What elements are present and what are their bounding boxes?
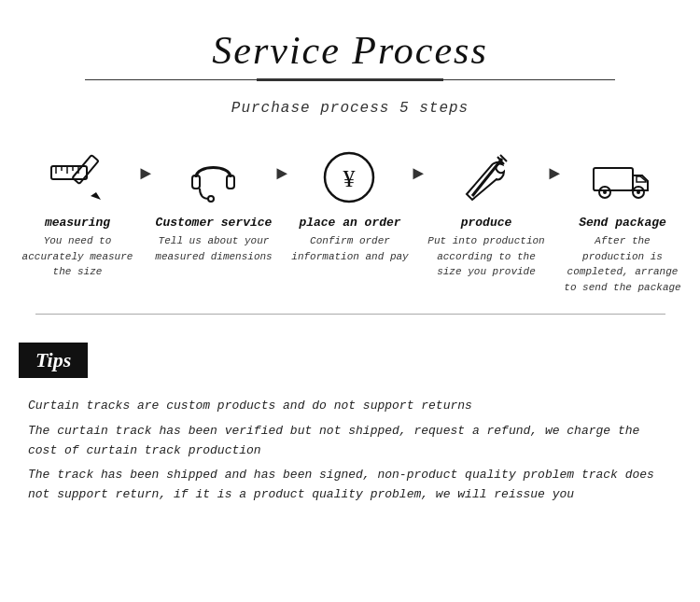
title-divider — [85, 78, 615, 81]
header-section: Service Process — [0, 0, 700, 91]
step-measuring-desc: You need to accurately measure the size — [19, 233, 136, 280]
tip-item-1: Curtain tracks are custom products and d… — [28, 397, 672, 416]
svg-rect-9 — [227, 175, 234, 189]
step-send-package: Send package After the production is com… — [564, 145, 681, 295]
yen-circle-icon: ¥ — [317, 145, 383, 210]
tips-list: Curtain tracks are custom products and d… — [19, 397, 681, 505]
step-produce: produce Put into production according to… — [427, 145, 545, 280]
headset-icon — [181, 145, 246, 210]
tip-item-2: The curtain track has been verified but … — [28, 422, 672, 461]
arrow-1: ► — [136, 145, 155, 185]
step-produce-desc: Put into production according to the siz… — [427, 233, 545, 280]
svg-rect-16 — [594, 168, 633, 190]
step-send-package-desc: After the production is completed, arran… — [564, 233, 681, 295]
step-place-order: ¥ place an order Confirm order informati… — [291, 145, 409, 264]
arrow-4: ► — [545, 145, 564, 185]
svg-point-10 — [208, 196, 214, 202]
truck-icon — [590, 145, 655, 210]
step-customer-service-title: Customer service — [156, 216, 273, 230]
step-produce-title: produce — [461, 216, 512, 230]
step-customer-service: Customer service Tell us about your meas… — [155, 145, 273, 264]
tips-section: Tips Curtain tracks are custom products … — [0, 315, 700, 529]
svg-line-13 — [472, 159, 502, 196]
svg-marker-7 — [91, 192, 101, 200]
step-measuring-title: measuring — [45, 216, 110, 230]
arrow-2: ► — [273, 145, 291, 185]
svg-point-18 — [603, 190, 607, 194]
svg-rect-8 — [192, 175, 200, 189]
svg-point-20 — [637, 190, 640, 194]
step-place-order-desc: Confirm order information and pay — [291, 233, 409, 264]
step-measuring: measuring You need to accurately measure… — [19, 145, 136, 280]
step-customer-service-desc: Tell us about your measured dimensions — [155, 233, 273, 264]
wrench-screwdriver-icon — [454, 145, 519, 210]
tip-item-3: The track has been shipped and has been … — [28, 466, 672, 505]
ruler-pencil-icon — [45, 145, 110, 210]
tips-badge: Tips — [19, 343, 88, 378]
svg-text:¥: ¥ — [343, 165, 356, 192]
page-title: Service Process — [19, 28, 681, 73]
subtitle: Purchase process 5 steps — [0, 100, 700, 117]
step-place-order-title: place an order — [299, 216, 400, 230]
arrow-3: ► — [409, 145, 427, 185]
steps-container: measuring You need to accurately measure… — [0, 135, 700, 314]
step-send-package-title: Send package — [579, 216, 666, 230]
